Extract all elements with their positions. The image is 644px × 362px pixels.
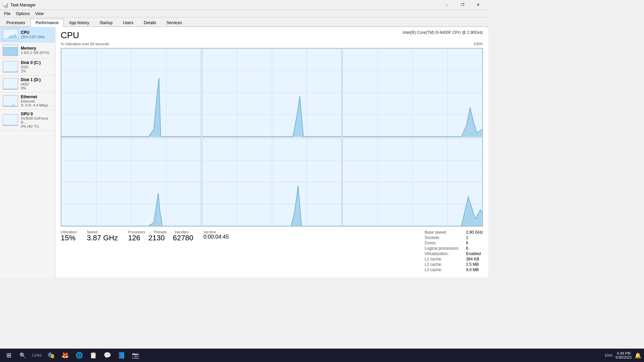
memory-info: Memory 2.8/3.2 GB (87%) — [21, 46, 52, 55]
l3-key: L3 cache: — [425, 267, 459, 272]
threads-value: 2130 — [148, 234, 165, 242]
cpu-title: CPU — [61, 30, 79, 41]
cpu-chart-5 — [202, 138, 342, 227]
speed-value: 3.87 GHz — [87, 234, 118, 242]
tab-app-history[interactable]: App history — [64, 19, 94, 26]
gpu-thumb — [3, 114, 18, 126]
stats-bar: Utilization 15% Speed 3.87 GHz Processes… — [61, 227, 483, 274]
svg-rect-0 — [3, 48, 18, 56]
disk0-usage: 1% — [21, 69, 52, 73]
gpu-model: NVIDIA GeForce R... — [21, 116, 52, 124]
disk1-label: Disk 1 (D:) — [21, 77, 52, 82]
disk0-info: Disk 0 (C:) SSD 1% — [21, 60, 52, 73]
menu-view[interactable]: View — [33, 11, 47, 17]
tab-services[interactable]: Services — [162, 19, 187, 26]
cpu-chart-1 — [61, 48, 201, 137]
sidebar-item-disk0[interactable]: Disk 0 (C:) SSD 1% — [0, 58, 55, 75]
handles-value: 62780 — [173, 234, 193, 242]
restore-button[interactable]: ❐ — [455, 0, 470, 10]
cpu-chart-2 — [202, 48, 342, 137]
menu-file[interactable]: File — [1, 11, 13, 17]
cpu-chart-svg-4 — [61, 138, 201, 226]
cpu-name: Intel(R) Core(TM) i5-9400F CPU @ 2.90GHz — [402, 30, 483, 35]
gpu-label: GPU 0 — [21, 112, 52, 116]
logical-val: 6 — [466, 246, 483, 251]
cpu-chart-grid — [61, 48, 483, 227]
sidebar-item-gpu[interactable]: GPU 0 NVIDIA GeForce R... 0% (40 °C) — [0, 110, 55, 131]
disk1-type: HDD — [21, 82, 52, 86]
uptime-value: 0:00:04:45 — [203, 234, 229, 240]
menu-bar: File Options View — [0, 10, 488, 17]
l3-val: 9.0 MB — [466, 267, 483, 272]
cpu-label: CPU — [21, 30, 52, 35]
disk0-thumb — [3, 61, 18, 72]
sidebar-item-disk1[interactable]: Disk 1 (D:) HDD 0% — [0, 75, 55, 93]
tab-processes[interactable]: Processes — [1, 19, 30, 26]
disk1-thumb — [3, 78, 18, 89]
ethernet-type: Ethernet — [21, 99, 52, 103]
ethernet-label: Ethernet — [21, 95, 52, 99]
title-bar-title: Task Manager — [10, 3, 36, 7]
base-speed-val: 2.90 GHz — [466, 230, 483, 235]
memory-label: Memory — [21, 46, 52, 51]
pth-values: 126 2130 62780 — [128, 234, 194, 242]
virt-val: Enabled — [466, 251, 483, 256]
sidebar-item-cpu[interactable]: CPU 15% 3.87 GHz — [0, 27, 55, 43]
memory-usage: 2.8/3.2 GB (87%) — [21, 51, 52, 55]
l2-val: 1.5 MB — [466, 262, 483, 267]
menu-options[interactable]: Options — [13, 11, 32, 17]
memory-thumb — [3, 45, 18, 56]
proc-threads-handles-group: Processes Threads Handles 126 2130 62780 — [128, 230, 194, 272]
disk1-usage: 0% — [21, 86, 52, 90]
cpu-chart-svg-5 — [202, 138, 342, 226]
uptime-label: Up time — [203, 230, 229, 234]
cpu-chart-svg-6 — [343, 138, 482, 226]
tab-details[interactable]: Details — [139, 19, 161, 26]
base-speed-key: Base speed: — [425, 230, 459, 235]
l2-key: L2 cache: — [425, 262, 459, 267]
sidebar-item-ethernet[interactable]: Ethernet Ethernet S: 0 R: 4.4 Mbps — [0, 93, 55, 110]
cpu-chart-svg-1 — [61, 49, 201, 137]
gpu-usage: 0% (40 °C) — [21, 124, 52, 128]
speed-group: Speed 3.87 GHz — [87, 230, 118, 272]
cpu-usage: 15% 3.87 GHz — [21, 35, 52, 39]
cpu-chart-svg-3 — [343, 49, 482, 137]
close-button[interactable]: ✕ — [470, 0, 486, 10]
title-bar: 📊 Task Manager − ❐ ✕ — [0, 0, 488, 10]
tab-users[interactable]: Users — [118, 19, 138, 26]
cores-val: 6 — [466, 241, 483, 245]
cores-key: Cores: — [425, 241, 459, 245]
disk0-type: SSD — [21, 65, 52, 69]
sockets-key: Sockets: — [425, 235, 459, 240]
virt-key: Virtualization: — [425, 251, 459, 256]
utilization-value: 15% — [61, 234, 77, 242]
ethernet-thumb — [3, 95, 18, 107]
ethernet-info: Ethernet Ethernet S: 0 R: 4.4 Mbps — [21, 95, 52, 107]
disk1-info: Disk 1 (D:) HDD 0% — [21, 77, 52, 90]
cpu-chart-6 — [342, 138, 483, 227]
tab-performance[interactable]: Performance — [31, 19, 64, 27]
chart-label: % Utilization over 60 seconds — [61, 42, 109, 46]
cpu-chart-3 — [342, 48, 483, 137]
main-content: CPU 15% 3.87 GHz Memory 2.8/3.2 GB (87%) — [0, 27, 488, 278]
logical-key: Logical processors: — [425, 246, 459, 251]
sidebar-item-memory[interactable]: Memory 2.8/3.2 GB (87%) — [0, 43, 55, 58]
uptime-group: Up time 0:00:04:45 — [203, 230, 229, 272]
gpu-info: GPU 0 NVIDIA GeForce R... 0% (40 °C) — [21, 112, 52, 128]
cpu-specs: Base speed: 2.90 GHz Sockets: 1 Cores: 6… — [425, 230, 483, 272]
sockets-val: 1 — [466, 235, 483, 240]
cpu-info: CPU 15% 3.87 GHz — [21, 30, 52, 39]
sidebar: CPU 15% 3.87 GHz Memory 2.8/3.2 GB (87%) — [0, 27, 55, 278]
l1-val: 384 KB — [466, 257, 483, 261]
cpu-content: CPU Intel(R) Core(TM) i5-9400F CPU @ 2.9… — [55, 27, 488, 278]
minimize-button[interactable]: − — [439, 0, 455, 10]
cpu-thumb — [3, 29, 18, 40]
content-header: CPU Intel(R) Core(TM) i5-9400F CPU @ 2.9… — [61, 30, 483, 41]
utilization-group: Utilization 15% — [61, 230, 77, 272]
disk0-label: Disk 0 (C:) — [21, 60, 52, 65]
tab-startup[interactable]: Startup — [95, 19, 118, 26]
processes-value: 126 — [128, 234, 141, 242]
cpu-chart-4 — [61, 138, 201, 227]
window-controls: − ❐ ✕ — [439, 0, 486, 10]
chart-max: 100% — [474, 42, 483, 46]
